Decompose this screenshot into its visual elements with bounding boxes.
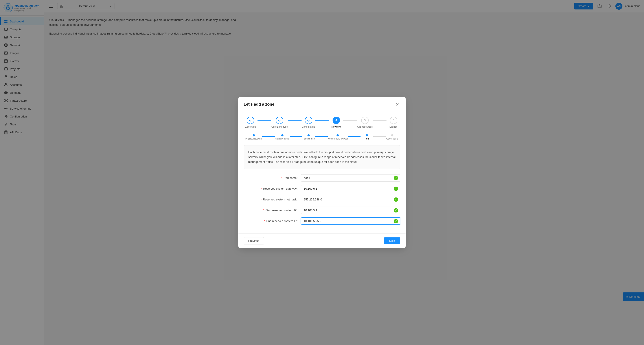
info-box: Each zone must contain one or more pods.… bbox=[244, 145, 400, 169]
sub-label-5: Pod bbox=[365, 138, 369, 140]
sub-dot-6 bbox=[391, 134, 393, 136]
sub-label-1: Physical Network bbox=[246, 138, 262, 140]
step-label-2: Core zone type bbox=[272, 126, 288, 128]
step-label-4: Network bbox=[332, 126, 341, 128]
connector-5 bbox=[372, 120, 386, 120]
wizard-step-add-resources[interactable]: 5 Add resources bbox=[357, 116, 372, 128]
connector-4 bbox=[343, 120, 357, 120]
connector-3 bbox=[316, 120, 329, 120]
gateway-label: * Reserved system gateway : bbox=[244, 187, 301, 190]
modal-body: Zone type Core zone type Zone details bbox=[238, 111, 406, 234]
pod-name-input-wrap: ✓ bbox=[301, 174, 400, 182]
sub-dot-4 bbox=[336, 134, 339, 136]
step-circle-1 bbox=[247, 116, 254, 124]
form-row-netmask: * Reserved system netmask : ✓ bbox=[244, 196, 400, 203]
step-label-5: Add resources bbox=[357, 126, 372, 128]
step-label-1: Zone type bbox=[245, 126, 256, 128]
sub-step-netris-provider: Netris Provider bbox=[275, 134, 290, 140]
wizard-steps: Zone type Core zone type Zone details bbox=[244, 116, 400, 128]
pod-name-check-icon: ✓ bbox=[394, 176, 398, 180]
wizard-step-zone-details[interactable]: Zone details bbox=[302, 116, 316, 128]
previous-button[interactable]: Previous bbox=[244, 237, 264, 244]
sub-connector-5 bbox=[373, 136, 386, 137]
sub-label-3: Public traffic bbox=[303, 138, 314, 140]
gateway-check-icon: ✓ bbox=[394, 186, 398, 191]
connector-2 bbox=[288, 120, 302, 120]
step-label-6: Launch bbox=[389, 126, 397, 128]
form-row-pod-name: * Pod name : ✓ bbox=[244, 174, 400, 182]
sub-dot-1 bbox=[253, 134, 255, 136]
wizard-step-core-zone-type[interactable]: Core zone type bbox=[272, 116, 288, 128]
wizard-step-zone-type[interactable]: Zone type bbox=[244, 116, 258, 128]
wizard-step-network[interactable]: 4 Network bbox=[329, 116, 343, 128]
sub-dot-5 bbox=[366, 134, 368, 136]
step-circle-4: 4 bbox=[332, 116, 340, 124]
next-button[interactable]: Next bbox=[384, 238, 400, 244]
step-circle-2 bbox=[276, 116, 283, 124]
end-ip-check-icon: ✓ bbox=[394, 219, 398, 223]
info-text: Each zone must contain one or more pods.… bbox=[248, 150, 396, 164]
sub-connector-4 bbox=[348, 136, 360, 137]
modal-overlay: Let's add a zone ✕ Zone type bbox=[0, 0, 644, 345]
modal-close-button[interactable]: ✕ bbox=[394, 102, 400, 108]
start-ip-label: * Start reserved system IP : bbox=[244, 208, 301, 212]
netmask-input[interactable] bbox=[301, 196, 400, 203]
end-ip-input-wrap: ✓ bbox=[301, 218, 400, 225]
step-label-3: Zone details bbox=[302, 126, 315, 128]
step-circle-3 bbox=[305, 116, 312, 124]
modal-title: Let's add a zone bbox=[244, 102, 274, 107]
pod-form: * Pod name : ✓ * Reserved system gateway… bbox=[244, 174, 400, 225]
netmask-check-icon: ✓ bbox=[394, 197, 398, 202]
step-circle-6: 6 bbox=[390, 116, 397, 124]
modal-header: Let's add a zone ✕ bbox=[238, 97, 406, 111]
gateway-input[interactable] bbox=[301, 185, 400, 192]
netmask-label: * Reserved system netmask : bbox=[244, 198, 301, 201]
end-ip-input[interactable] bbox=[301, 218, 400, 225]
end-ip-label: * End reserved system IP : bbox=[244, 219, 301, 223]
start-ip-input[interactable] bbox=[301, 206, 400, 214]
sub-step-netris-public-ip-pool: Netris Public IP Pool bbox=[328, 134, 348, 140]
sub-label-2: Netris Provider bbox=[275, 138, 290, 140]
wizard-step-launch[interactable]: 6 Launch bbox=[386, 116, 400, 128]
sub-label-6: Guest traffic bbox=[386, 138, 398, 140]
sub-steps: Physical Network Netris Provider Public … bbox=[244, 134, 400, 140]
step-circle-5: 5 bbox=[361, 116, 369, 124]
sub-step-pod: Pod bbox=[360, 134, 373, 140]
connector-1 bbox=[258, 120, 272, 120]
start-ip-check-icon: ✓ bbox=[394, 208, 398, 212]
sub-label-4: Netris Public IP Pool bbox=[328, 138, 348, 140]
sub-step-physical-network: Physical Network bbox=[246, 134, 262, 140]
sub-connector-2 bbox=[290, 136, 302, 137]
form-row-start-ip: * Start reserved system IP : ✓ bbox=[244, 206, 400, 214]
form-row-gateway: * Reserved system gateway : ✓ bbox=[244, 185, 400, 192]
sub-connector-3 bbox=[315, 136, 328, 137]
form-row-end-ip: * End reserved system IP : ✓ bbox=[244, 218, 400, 225]
sub-dot-3 bbox=[308, 134, 310, 136]
pod-name-label: * Pod name : bbox=[244, 176, 301, 180]
add-zone-modal: Let's add a zone ✕ Zone type bbox=[238, 97, 406, 248]
pod-name-input[interactable] bbox=[301, 174, 400, 182]
sub-connector-1 bbox=[262, 136, 275, 137]
modal-footer: Previous Next bbox=[238, 234, 406, 248]
sub-step-guest-traffic: Guest traffic bbox=[386, 134, 398, 140]
sub-dot-2 bbox=[281, 134, 284, 136]
netmask-input-wrap: ✓ bbox=[301, 196, 400, 203]
start-ip-input-wrap: ✓ bbox=[301, 206, 400, 214]
gateway-input-wrap: ✓ bbox=[301, 185, 400, 192]
sub-step-public-traffic: Public traffic bbox=[302, 134, 315, 140]
